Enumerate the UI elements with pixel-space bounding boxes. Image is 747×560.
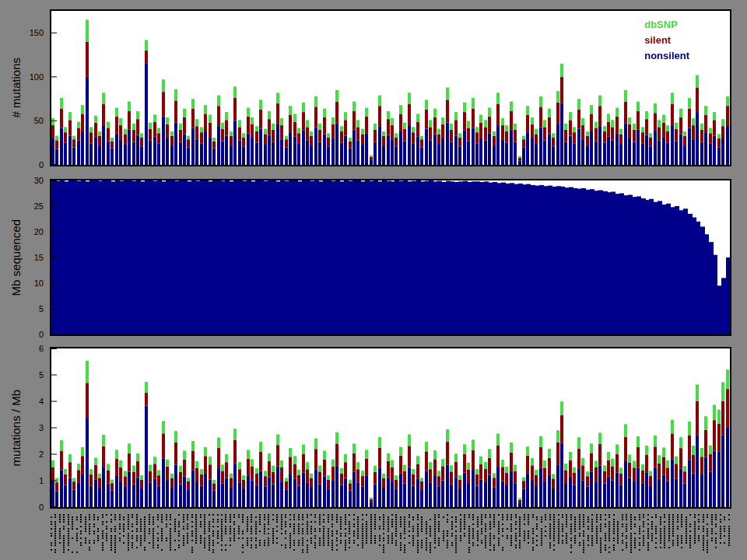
mutations-per-mb-panel: [50, 347, 731, 509]
y-tick-labels-mb: 051015202530: [16, 179, 47, 336]
legend-nonsilent: nonsilent: [644, 48, 689, 64]
y-tick-labels-mutations: 050100150: [16, 9, 47, 166]
legend: dbSNP silent nonsilent: [644, 17, 689, 64]
mutations-count-panel: dbSNP silent nonsilent: [50, 9, 731, 166]
mutation-rate-figure: # mutations Mb sequenced mutations / Mb …: [0, 0, 747, 560]
sample-labels-strip: [50, 513, 731, 556]
sample-labels-marks: [50, 513, 731, 556]
mb-sequenced-bars: [51, 180, 730, 334]
y-tick-labels-rate: 0123456: [16, 347, 47, 509]
legend-silent: silent: [644, 33, 689, 48]
mb-sequenced-panel: [50, 179, 731, 336]
legend-dbsnp: dbSNP: [644, 17, 689, 33]
mutations-count-bars: [51, 11, 730, 165]
mutations-per-mb-bars: [51, 348, 730, 507]
